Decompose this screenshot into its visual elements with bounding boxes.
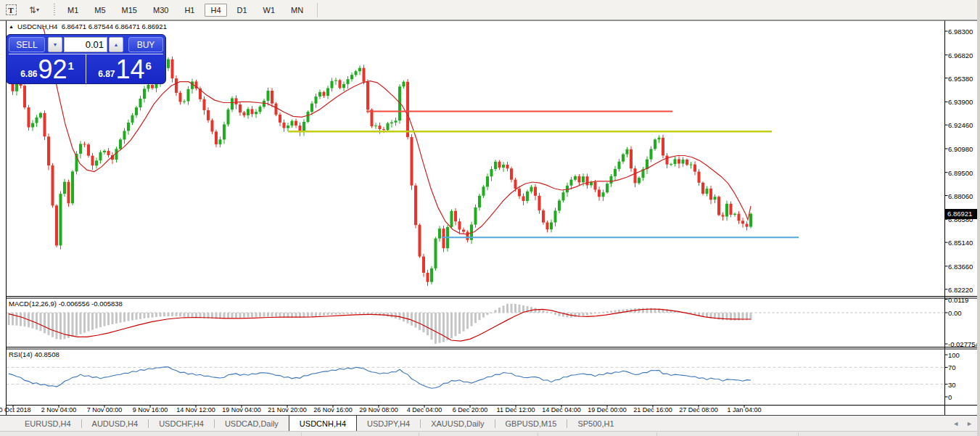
timeframe-button-M5[interactable]: M5 [88,4,111,17]
timeframe-button-MN[interactable]: MN [285,4,309,17]
timeframe-button-M30[interactable]: M30 [147,4,174,17]
sell-quote[interactable]: 6.86 92 1 [9,54,86,83]
chart-tab-bar: EURUSD,H4AUDUSD,H4USDCHF,H4USDCAD,DailyU… [0,415,980,431]
time-axis-label: 30 Oct 2018 [0,406,31,414]
macd-axis-label: 0.00 [948,309,962,317]
time-axis-label: 7 Nov 00:00 [87,406,123,414]
time-axis-label: 4 Dec 04:00 [407,406,442,414]
tabs-scroll-left-icon[interactable]: ◄ [952,420,959,427]
time-axis-label: 2 Nov 04:00 [41,406,77,414]
collapse-arrow-icon: ▲ [9,24,14,29]
buy-button[interactable]: BUY [128,37,163,52]
time-axis-label: 21 Nov 20:00 [268,406,307,414]
time-axis-label: 21 Dec 16:00 [633,406,672,414]
time-axis-label: 14 Nov 12:00 [176,406,215,414]
chart-ohlc-values: 6.86471 6.87544 6.86471 6.86921 [62,22,167,30]
price-axis-label: 6.92460 [948,121,973,129]
tab-usdcad-daily[interactable]: USDCAD,Daily [215,416,289,431]
sell-price-small: 6.86 [20,69,37,79]
chart-tabs: EURUSD,H4AUDUSD,H4USDCHF,H4USDCAD,DailyU… [15,416,625,431]
status-bar [0,431,980,436]
current-price-tag: 6.86921 [945,209,979,219]
price-axis-label: 6.88060 [948,192,973,200]
rsi-label: RSI(14) 40.8508 [9,350,59,358]
price-axis-label: 6.90980 [948,145,973,153]
price-axis-label: 6.93900 [948,98,973,106]
timeframe-button-H1[interactable]: H1 [178,4,200,17]
toolbar: T ⇅ ▾ M1M5M15M30H1H4D1W1MN [0,0,980,20]
sell-price-big: 92 [38,57,67,82]
buy-price-pip: 6 [146,59,152,72]
tab-usdcnh-h4[interactable]: USDCNH,H4 [289,415,357,431]
tab-usdchf-h4[interactable]: USDCHF,H4 [149,416,214,431]
sell-price-pip: 1 [68,59,74,72]
rsi-axis-label: 30 [948,381,956,389]
toolbar-separator [317,3,318,17]
volume-increase-button[interactable]: ▲ [109,37,123,52]
timeframe-button-M1[interactable]: M1 [62,4,84,17]
text-tool-icon: T [6,4,17,15]
price-axis-label: 6.95380 [948,75,973,83]
chart-window-icon[interactable]: T [3,3,19,17]
price-axis-label: 6.98300 [948,28,973,36]
chart-title: ▲USDCNH,H4 6.86471 6.87544 6.86471 6.869… [9,22,167,30]
macd-axis-label: -0.027754 [948,340,979,348]
price-axis-label: 6.82220 [948,286,973,294]
time-axis-label: 19 Dec 00:00 [588,406,627,414]
window-edge [977,0,980,436]
price-axis-label: 6.83660 [948,263,973,271]
rsi-name: RSI(14) [9,350,33,358]
rsi-value: 40.8508 [34,350,59,358]
swap-arrows-icon: ⇅ [29,5,35,15]
time-axis-label: 6 Dec 20:00 [453,406,488,414]
tabs-scroll-right-icon[interactable]: ► [966,420,973,427]
buy-quote[interactable]: 6.87 14 6 [86,54,163,83]
one-click-trading-panel: SELL ▼ 0.01 ▲ BUY 6.86 92 1 6.87 14 6 [6,34,166,84]
tile-windows-button[interactable]: ⇅ ▾ [22,3,46,17]
macd-name: MACD(12,26,9) [9,300,57,308]
volume-decrease-button[interactable]: ▼ [48,37,62,52]
time-axis-label: 19 Nov 04:00 [222,406,261,414]
timeframe-button-D1[interactable]: D1 [231,4,253,17]
time-axis-label: 9 Nov 16:00 [133,406,168,414]
rsi-axis-label: 70 [948,363,956,371]
buy-price-big: 14 [115,57,144,82]
time-axis-label: 14 Dec 04:00 [542,406,581,414]
time-axis-label: 1 Jan 04:00 [727,406,761,414]
rsi-axis-label: 100 [948,351,960,359]
macd-axis-label: 0.0119 [948,296,968,304]
macd-values: -0.006556 -0.005838 [59,300,123,308]
rsi-axis-label: 0 [948,393,952,401]
price-axis-label: 6.96820 [948,52,973,59]
tab-xauusd-daily[interactable]: XAUUSD,Daily [421,416,494,431]
timeframe-group: M1M5M15M30H1H4D1W1MN [59,4,311,17]
chart-symbol-period: USDCNH,H4 [17,22,57,30]
timeframe-button-M15[interactable]: M15 [116,4,143,17]
toolbar-grip[interactable] [54,4,55,17]
volume-input[interactable]: 0.01 [64,37,107,52]
chevron-down-icon: ▾ [36,7,39,13]
tab-usdjpy-h4[interactable]: USDJPY,H4 [357,416,420,431]
time-axis-label: 26 Nov 16:00 [313,406,353,414]
macd-label: MACD(12,26,9) -0.006556 -0.005838 [9,300,123,308]
time-axis-label: 29 Nov 08:00 [359,406,398,414]
tab-audusd-h4[interactable]: AUDUSD,H4 [82,416,149,431]
tab-sp500-h1[interactable]: SP500,H1 [567,416,624,431]
tab-gbpusd-m15[interactable]: GBPUSD,M15 [495,416,567,431]
sell-button[interactable]: SELL [9,37,45,52]
price-axis-label: 6.85140 [948,239,973,247]
time-axis-label: 11 Dec 12:00 [497,406,535,414]
price-axis-label: 6.89500 [948,169,973,177]
timeframe-button-W1[interactable]: W1 [258,4,281,17]
buy-price-small: 6.87 [98,69,115,79]
time-axis-label: 27 Dec 08:00 [679,406,718,414]
timeframe-button-H4[interactable]: H4 [205,4,226,17]
tab-eurusd-h4[interactable]: EURUSD,H4 [15,416,81,431]
